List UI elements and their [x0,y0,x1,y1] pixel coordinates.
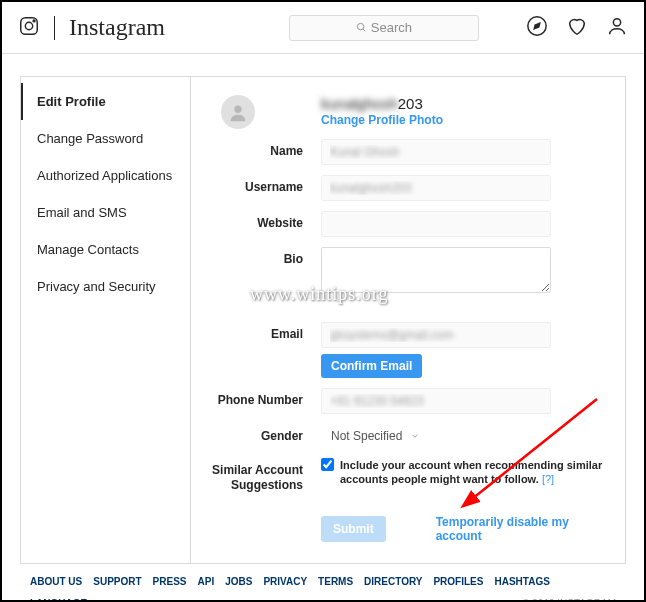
svg-point-1 [25,22,32,29]
avatar[interactable] [221,95,255,129]
instagram-wordmark[interactable]: Instagram [69,14,165,41]
footer-link[interactable]: DIRECTORY [364,576,422,587]
top-navbar: Instagram Search [2,2,644,54]
svg-marker-6 [534,23,540,29]
footer-link[interactable]: HASHTAGS [494,576,549,587]
footer-link[interactable]: API [197,576,214,587]
settings-sidebar: Edit Profile Change Password Authorized … [21,77,191,563]
label-username: Username [211,175,321,194]
search-input[interactable]: Search [289,15,479,41]
footer-link[interactable]: LANGUAGE [30,598,87,602]
label-website: Website [211,211,321,230]
suggestions-help-link[interactable]: [?] [542,473,554,485]
footer-link[interactable]: PROFILES [433,576,483,587]
instagram-glyph-icon[interactable] [18,15,40,40]
suggestions-checkbox[interactable] [321,458,334,471]
footer-link[interactable]: PRESS [153,576,187,587]
label-bio: Bio [211,247,321,266]
footer-link[interactable]: JOBS [225,576,252,587]
sidebar-item-change-password[interactable]: Change Password [21,120,190,157]
edit-profile-form: kunalghosh203 Change Profile Photo Name … [191,77,625,563]
svg-point-7 [613,19,620,26]
suggestions-description: Include your account when recommending s… [340,458,605,487]
confirm-email-button[interactable]: Confirm Email [321,354,422,378]
footer-link[interactable]: TERMS [318,576,353,587]
label-suggestions: Similar Account Suggestions [211,458,321,493]
divider [54,16,55,40]
sidebar-item-edit-profile[interactable]: Edit Profile [21,83,190,120]
chevron-down-icon [410,431,420,441]
sidebar-item-privacy-security[interactable]: Privacy and Security [21,268,190,305]
activity-heart-icon[interactable] [566,15,588,40]
label-gender: Gender [211,424,321,443]
phone-field[interactable] [321,388,551,414]
settings-card: Edit Profile Change Password Authorized … [20,76,626,564]
gender-select[interactable]: Not Specified [321,424,430,448]
explore-icon[interactable] [526,15,548,40]
label-phone: Phone Number [211,388,321,407]
change-photo-link[interactable]: Change Profile Photo [321,113,605,127]
footer-link[interactable]: SUPPORT [93,576,141,587]
footer-link[interactable]: ABOUT US [30,576,82,587]
svg-point-8 [234,106,241,113]
name-field[interactable] [321,139,551,165]
footer-link[interactable]: PRIVACY [263,576,307,587]
profile-icon[interactable] [606,15,628,40]
bio-field[interactable] [321,247,551,293]
sidebar-item-authorized-apps[interactable]: Authorized Applications [21,157,190,194]
email-field[interactable] [321,322,551,348]
sidebar-item-email-sms[interactable]: Email and SMS [21,194,190,231]
temporarily-disable-link[interactable]: Temporarily disable my account [436,515,605,543]
sidebar-item-manage-contacts[interactable]: Manage Contacts [21,231,190,268]
footer: ABOUT US SUPPORT PRESS API JOBS PRIVACY … [2,564,644,602]
submit-button[interactable]: Submit [321,516,386,542]
svg-point-2 [33,20,35,22]
label-email: Email [211,322,321,341]
svg-line-4 [363,29,365,31]
website-field[interactable] [321,211,551,237]
username-field[interactable] [321,175,551,201]
search-icon [356,22,367,33]
copyright: © 2019 INSTAGRAM [522,598,616,602]
svg-point-3 [357,23,363,29]
label-name: Name [211,139,321,158]
profile-username-display: kunalghosh203 [321,95,605,112]
